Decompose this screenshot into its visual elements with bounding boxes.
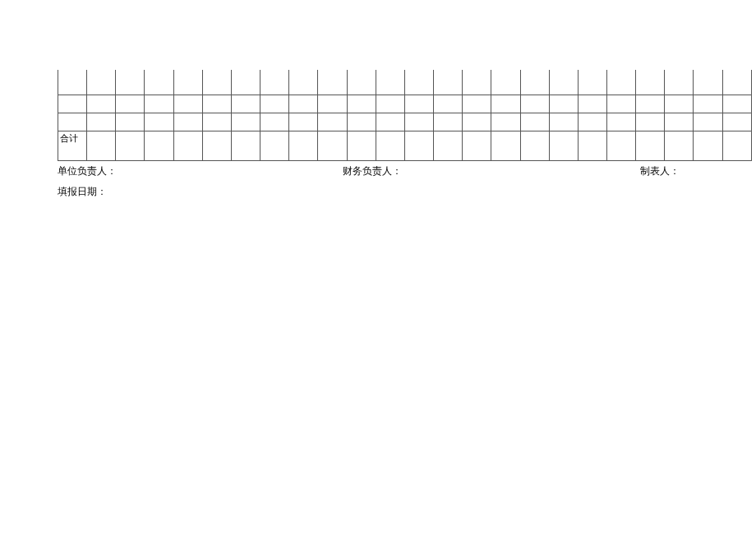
unit-leader-label: 单位负责人： [58, 164, 117, 178]
table-row [58, 113, 752, 131]
table-cell [606, 70, 635, 95]
table-cell [173, 95, 202, 113]
form-table-container: 合计 [58, 70, 752, 161]
table-cell [606, 131, 635, 160]
table-cell [520, 95, 549, 113]
table-cell [463, 131, 491, 160]
table-cell [318, 131, 347, 160]
table-cell [636, 95, 665, 113]
table-cell [606, 95, 635, 113]
table-cell [549, 95, 578, 113]
table-cell [116, 113, 145, 131]
table-cell [491, 95, 520, 113]
table-cell [145, 70, 173, 95]
table-cell [520, 113, 549, 131]
table-cell [289, 70, 318, 95]
table-cell [260, 131, 289, 160]
table-cell [665, 131, 694, 160]
table-cell [145, 95, 173, 113]
table-cell [145, 113, 173, 131]
table-cell [491, 131, 520, 160]
preparer-label: 制表人： [640, 164, 680, 178]
table-cell [347, 70, 376, 95]
table-cell [463, 95, 491, 113]
table-cell [520, 131, 549, 160]
table-row [58, 70, 752, 95]
table-cell [173, 113, 202, 131]
table-cell [318, 113, 347, 131]
table-cell [434, 131, 463, 160]
table-cell [347, 95, 376, 113]
table-cell [491, 113, 520, 131]
table-cell [463, 113, 491, 131]
table-cell [231, 70, 260, 95]
table-cell [173, 131, 202, 160]
table-cell [87, 70, 116, 95]
table-cell [87, 131, 116, 160]
finance-leader-label: 财务负责人： [343, 164, 402, 178]
table-cell [202, 70, 231, 95]
table-cell [434, 95, 463, 113]
table-cell [549, 113, 578, 131]
table-cell [404, 131, 433, 160]
table-cell [289, 113, 318, 131]
table-cell [665, 70, 694, 95]
table-cell [404, 113, 433, 131]
table-cell [636, 113, 665, 131]
table-row [58, 95, 752, 113]
table-cell [694, 113, 722, 131]
table-cell [116, 95, 145, 113]
table-cell [231, 131, 260, 160]
table-cell [491, 70, 520, 95]
table-cell [231, 95, 260, 113]
table-cell [318, 70, 347, 95]
table-cell [578, 113, 606, 131]
total-label-cell: 合计 [58, 131, 87, 160]
table-cell [260, 70, 289, 95]
table-cell [549, 131, 578, 160]
table-cell [463, 70, 491, 95]
table-cell [260, 95, 289, 113]
table-cell [376, 131, 404, 160]
table-cell [578, 70, 606, 95]
table-cell [202, 113, 231, 131]
table-cell [722, 113, 751, 131]
table-cell [404, 95, 433, 113]
table-cell [173, 70, 202, 95]
table-cell [260, 113, 289, 131]
table-total-row: 合计 [58, 131, 752, 160]
table-cell [347, 131, 376, 160]
table-cell [202, 95, 231, 113]
table-cell [722, 70, 751, 95]
table-cell [347, 113, 376, 131]
table-cell [694, 131, 722, 160]
table-cell [578, 95, 606, 113]
table-cell [434, 113, 463, 131]
table-cell [722, 95, 751, 113]
form-table: 合计 [58, 70, 752, 161]
table-cell [116, 70, 145, 95]
table-cell [58, 95, 87, 113]
table-cell [87, 113, 116, 131]
table-cell [58, 70, 87, 95]
table-cell [289, 131, 318, 160]
table-cell [636, 131, 665, 160]
table-cell [376, 113, 404, 131]
table-cell [289, 95, 318, 113]
table-cell [694, 95, 722, 113]
table-cell [376, 70, 404, 95]
table-cell [694, 70, 722, 95]
table-cell [231, 113, 260, 131]
table-cell [722, 131, 751, 160]
table-cell [202, 131, 231, 160]
table-cell [520, 70, 549, 95]
table-cell [636, 70, 665, 95]
table-cell [318, 95, 347, 113]
table-cell [665, 113, 694, 131]
table-cell [549, 70, 578, 95]
table-cell [58, 113, 87, 131]
table-cell [606, 113, 635, 131]
table-cell [434, 70, 463, 95]
report-date-label: 填报日期： [58, 185, 107, 199]
table-cell [404, 70, 433, 95]
